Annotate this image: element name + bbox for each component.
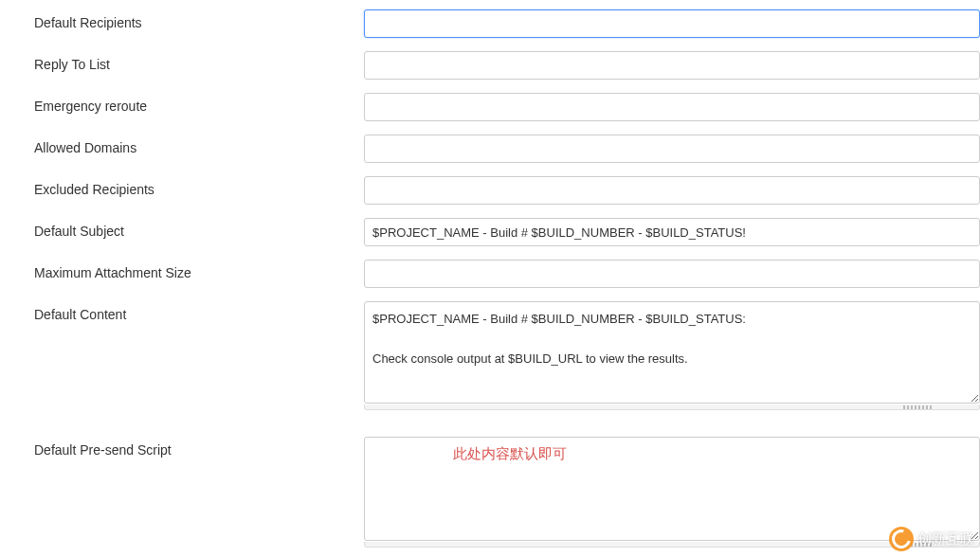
row-default-recipients: Default Recipients xyxy=(0,9,980,38)
label-default-recipients: Default Recipients xyxy=(34,9,364,30)
label-default-presend-script: Default Pre-send Script xyxy=(34,437,364,458)
label-default-subject: Default Subject xyxy=(34,218,364,239)
row-default-presend-script: Default Pre-send Script xyxy=(0,437,980,548)
row-reply-to-list: Reply To List xyxy=(0,51,980,80)
branding-logo: 创新互联 xyxy=(889,527,974,551)
row-allowed-domains: Allowed Domains xyxy=(0,135,980,163)
input-excluded-recipients[interactable] xyxy=(364,176,980,205)
input-max-attachment-size[interactable] xyxy=(364,260,980,288)
label-emergency-reroute: Emergency reroute xyxy=(34,93,364,114)
input-default-subject[interactable] xyxy=(364,218,980,246)
row-max-attachment-size: Maximum Attachment Size xyxy=(0,260,980,288)
input-default-recipients[interactable] xyxy=(364,9,980,38)
email-notification-form: Default Recipients Reply To List Emergen… xyxy=(0,0,980,548)
resize-handle[interactable] xyxy=(364,542,980,548)
row-default-content: Default Content xyxy=(0,301,980,410)
row-excluded-recipients: Excluded Recipients xyxy=(0,176,980,205)
label-excluded-recipients: Excluded Recipients xyxy=(34,176,364,197)
row-emergency-reroute: Emergency reroute xyxy=(0,93,980,121)
label-reply-to-list: Reply To List xyxy=(34,51,364,72)
input-reply-to-list[interactable] xyxy=(364,51,980,80)
textarea-default-presend-script[interactable] xyxy=(364,437,980,541)
label-default-content: Default Content xyxy=(34,301,364,322)
label-allowed-domains: Allowed Domains xyxy=(34,135,364,155)
brand-icon xyxy=(889,527,914,551)
textarea-default-content[interactable] xyxy=(364,301,980,404)
row-default-subject: Default Subject xyxy=(0,218,980,246)
input-emergency-reroute[interactable] xyxy=(364,93,980,121)
resize-handle[interactable] xyxy=(364,404,980,410)
label-max-attachment-size: Maximum Attachment Size xyxy=(34,260,364,280)
input-allowed-domains[interactable] xyxy=(364,135,980,163)
brand-text: 创新互联 xyxy=(917,530,974,548)
